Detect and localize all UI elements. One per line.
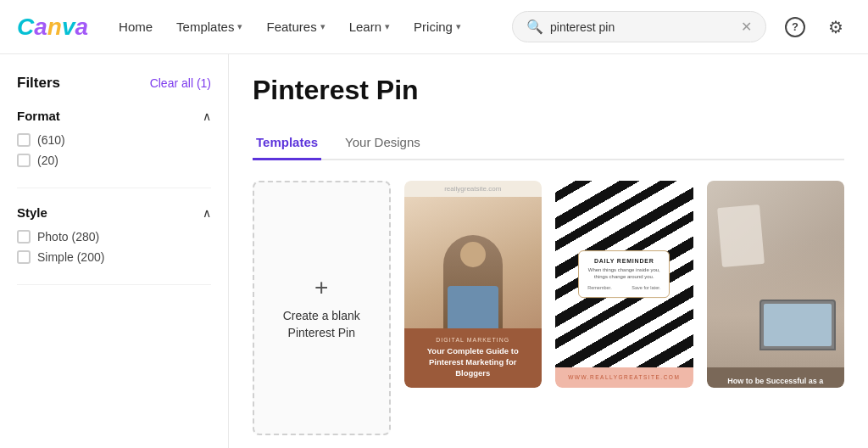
daily-reminder-title: DAILY REMINDER: [587, 258, 660, 264]
filter-section-format-header[interactable]: Format ∧: [17, 109, 211, 123]
footer-left: Remember.: [587, 285, 611, 290]
chevron-down-icon: ▾: [385, 21, 390, 32]
tab-your-designs[interactable]: Your Designs: [342, 126, 424, 160]
header-icons: ? ⚙: [780, 12, 851, 42]
chevron-down-icon: ▾: [320, 21, 326, 32]
template-card-digital-marketing[interactable]: reallygreatsite.com Digital Marketing Yo…: [404, 181, 542, 388]
tab-templates[interactable]: Templates: [253, 126, 321, 160]
search-input[interactable]: [550, 20, 734, 34]
template-site-url: reallygreatsite.com: [404, 181, 542, 197]
filters-header: Filters Clear all (1): [17, 75, 211, 92]
clear-all-button[interactable]: Clear all (1): [150, 76, 211, 90]
page-title: Pinterest Pin: [253, 75, 844, 106]
settings-button[interactable]: ⚙: [821, 12, 851, 42]
filter-option-20[interactable]: (20): [17, 154, 211, 167]
logo-text: Canva: [17, 14, 88, 40]
main-content: Pinterest Pin Templates Your Designs + C…: [229, 54, 868, 448]
style-filter-title: Style: [17, 205, 47, 220]
filter-checkbox-photo[interactable]: [17, 230, 31, 244]
format-filter-title: Format: [17, 109, 60, 123]
template-card-daily-reminder[interactable]: DAILY REMINDER When things change inside…: [555, 181, 693, 388]
filter-section-style: Style ∧ Photo (280) Simple (200): [17, 205, 211, 285]
template-title-3: How to be Successful as a Brand New Cont…: [717, 376, 835, 388]
filters-title: Filters: [17, 75, 60, 92]
template-title: Your Complete Guide to Pinterest Marketi…: [415, 346, 532, 378]
help-button[interactable]: ?: [780, 12, 810, 42]
header: Canva Home Templates ▾ Features ▾ Learn …: [0, 0, 868, 54]
nav-home[interactable]: Home: [108, 13, 163, 41]
filter-label-simple: Simple (200): [37, 250, 104, 264]
filter-label-photo: Photo (280): [37, 230, 99, 244]
content-tabs: Templates Your Designs: [253, 126, 844, 160]
template-category: Digital Marketing: [415, 337, 532, 343]
plus-icon: +: [314, 274, 328, 301]
filter-option-photo[interactable]: Photo (280): [17, 230, 211, 244]
templates-grid: + Create a blankPinterest Pin reallygrea…: [253, 181, 844, 435]
page-body: Filters Clear all (1) Format ∧ (610) (20…: [0, 54, 868, 448]
filter-checkbox[interactable]: [17, 133, 31, 147]
filter-checkbox-simple[interactable]: [17, 250, 31, 264]
main-nav: Home Templates ▾ Features ▾ Learn ▾ Pric…: [108, 13, 512, 41]
daily-reminder-body: When things change inside you, things ch…: [587, 266, 660, 281]
filter-section-format: Format ∧ (610) (20): [17, 109, 211, 188]
filter-section-style-header[interactable]: Style ∧: [17, 205, 211, 220]
filter-label: (610): [37, 133, 65, 147]
template-card-successful-content[interactable]: How to be Successful as a Brand New Cont…: [707, 181, 845, 388]
filter-checkbox[interactable]: [17, 154, 31, 167]
collapse-icon: ∧: [203, 206, 211, 220]
search-icon: 🔍: [526, 19, 543, 35]
filter-label: (20): [37, 154, 58, 167]
nav-templates[interactable]: Templates ▾: [166, 13, 253, 41]
chevron-down-icon: ▾: [237, 21, 242, 32]
search-bar: 🔍 ✕: [512, 11, 766, 42]
create-blank-card[interactable]: + Create a blankPinterest Pin: [253, 181, 391, 435]
nav-pricing[interactable]: Pricing ▾: [403, 13, 471, 41]
gear-icon: ⚙: [828, 17, 843, 37]
filter-option-simple[interactable]: Simple (200): [17, 250, 211, 264]
chevron-down-icon: ▾: [456, 21, 461, 32]
logo[interactable]: Canva: [17, 14, 88, 41]
filter-option-610[interactable]: (610): [17, 133, 211, 147]
help-icon: ?: [785, 17, 805, 37]
nav-features[interactable]: Features ▾: [256, 13, 335, 41]
sidebar: Filters Clear all (1) Format ∧ (610) (20…: [0, 54, 229, 448]
template-url: WWW.REALLYGREATSITE.COM: [568, 374, 680, 380]
clear-search-icon[interactable]: ✕: [741, 20, 752, 34]
collapse-icon: ∧: [203, 109, 211, 123]
nav-learn[interactable]: Learn ▾: [339, 13, 400, 41]
create-blank-label: Create a blankPinterest Pin: [283, 308, 360, 341]
footer-right: Save for later.: [632, 285, 660, 290]
